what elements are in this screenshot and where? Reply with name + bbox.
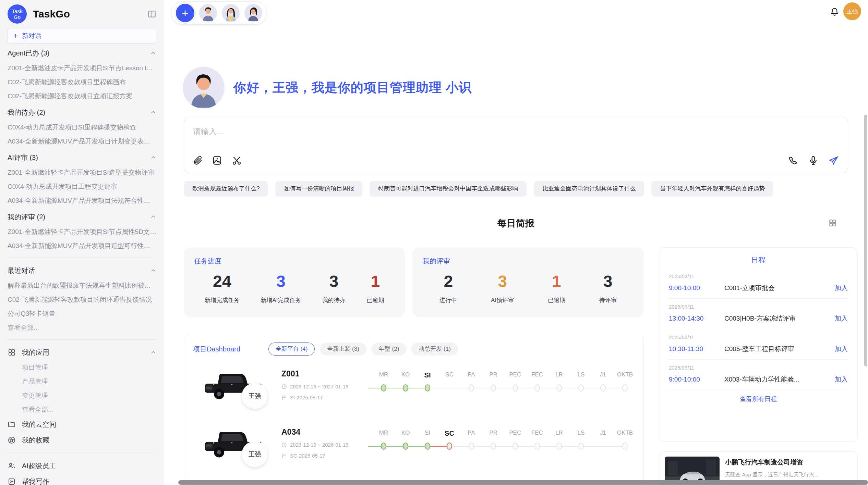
write-icon [8,477,16,485]
add-assistant-button[interactable]: + [176,4,194,22]
divider [8,339,156,340]
schedule-event-title: C005-整车工程目标评审 [724,345,831,353]
sidebar-item[interactable]: C0X4-动力总成开发项目SI里程碑提交物检查 [8,120,156,134]
ai-staff-label: AI超级员工 [22,461,156,471]
sidebar-item[interactable]: C02-飞腾新能源轻客改款项目立项汇报方案 [8,89,156,103]
schedule-event-title: C001-立项审批会 [724,284,831,293]
suggestion-chip[interactable]: 如何写一份清晰的项目周报 [275,181,362,197]
join-link[interactable]: 加入 [835,345,848,353]
new-chat-label: 新对话 [22,32,41,40]
milestone-track: MRKOSISCPAPRPECFECLRLSJ1OKTB [373,430,636,451]
section-recent-chats[interactable]: 最近对话 [8,263,156,278]
assistant-avatar-1[interactable] [199,4,217,22]
suggestion-chip[interactable]: 特朗普可能对进口汽车增税会对中国车企造成哪些影响 [370,181,527,197]
assistant-avatar-2[interactable] [222,4,240,22]
suggestion-chip[interactable]: 欧洲新规最近颁布了什么? [184,181,268,197]
section-my-apps[interactable]: 我的应用 [8,345,156,360]
section-my-review[interactable]: 我的评审 (2) [8,209,156,225]
project-row-z001[interactable]: 王强 Z001 2023-12-19 ~ 2027-01-19 SI-2025-… [193,367,635,422]
tab-year-model[interactable]: 年型 (2) [372,343,407,356]
view-all-schedule-link[interactable]: 查看所有日程 [668,395,848,403]
milestone-dot [491,443,496,450]
cloud-label: 我的云空间 [22,420,156,429]
join-link[interactable]: 加入 [835,375,848,384]
sidebar-item[interactable]: C0X4-动力总成开发项目工程变更评审 [8,179,156,194]
project-dates: 2023-12-19 ~ 2026-01-19 [281,442,349,448]
section-my-todo[interactable]: 我的待办 (2) [8,104,156,120]
recent-chat-item[interactable]: C02-飞腾新能源轻客改款项目的闭环通告反馈情况 [8,293,156,307]
tab-powertrain[interactable]: 动总开发 (1) [411,343,458,356]
sidebar-item-cloud[interactable]: 我的云空间 [8,416,156,432]
chat-input[interactable] [192,127,708,137]
schedule-item: 2025/03/11 10:30-11:30 C005-整车工程目标评审 加入 [668,329,848,360]
my-review-card: 我的评审 2 进行中 3 AI预评审 1 已逾期 3 待评审 [412,248,644,317]
milestone-dot-done [381,443,386,450]
tab-body[interactable]: 全新上装 (3) [320,343,366,356]
sidebar-item-favorites[interactable]: 我的收藏 [8,432,156,448]
phone-icon[interactable] [788,155,798,166]
user-avatar[interactable]: 王强 [843,2,861,20]
stat-my-todo: 3 我的待办 [322,272,346,304]
sidebar-item[interactable]: Z001-全新燃油轻卡产品开发项目SI节点属性5D文件评审 [8,225,156,239]
sidebar-collapse-icon[interactable] [147,10,156,18]
section-ai-review[interactable]: AI评审 (3) [8,150,156,165]
recent-chat-item[interactable]: 公司Q3轻卡销量 [8,307,156,321]
project-dashboard-card: 项目Dashboard 全新平台 (4) 全新上装 (3) 年型 (2) 动总开… [184,334,644,485]
attachment-icon[interactable] [192,155,203,166]
flag-icon [281,395,287,400]
sidebar-item[interactable]: Z001-全新燃油轻卡产品开发项目SI造型提交物评审 [8,165,156,179]
task-progress-card: 任务进度 24 新增完成任务 3 新增AI完成任务 3 我的待办 1 已逾期 [184,248,405,317]
app-logo-line1: Task [12,8,23,14]
app-item-change[interactable]: 变更管理 [22,388,156,402]
schedule-time: 9:00-10:00 [669,284,724,292]
sidebar-item[interactable]: A034-全新新能源MUV产品开发项目计划变更表编写 [8,134,156,148]
milestone-dot-done [425,384,430,391]
milestone-dot [491,384,496,391]
join-link[interactable]: 加入 [835,314,848,323]
write-help-label: 帮我写作 [22,477,156,485]
suggestion-chip[interactable]: 当下年轻人对汽车外观有怎样的喜好趋势 [651,181,773,197]
project-name: A034 [281,427,349,437]
tab-platform[interactable]: 全新平台 (4) [268,343,315,356]
flag-icon [281,453,287,459]
stat-new-done: 24 新增完成任务 [205,272,240,304]
vertical-scrollbar[interactable] [864,115,867,366]
recent-view-all[interactable]: 查看全部... [8,321,156,335]
join-link[interactable]: 加入 [835,284,848,293]
milestone-dot [513,443,518,450]
suggestion-chip[interactable]: 比亚迪全固态电池计划具体说了什么 [534,181,644,197]
scissors-icon[interactable] [231,155,242,166]
milestone-dot [578,443,584,450]
chevron-up-icon [150,109,156,115]
sidebar-item-write-help[interactable]: 帮我写作 [8,474,156,485]
layout-grid-icon[interactable] [828,219,837,227]
milestone-dot [556,443,562,450]
apps-view-all[interactable]: 查看全部... [22,402,156,416]
section-agent-done[interactable]: Agent已办 (3) [8,45,156,61]
milestone-dot [600,384,606,391]
section-label: 我的评审 (2) [8,212,150,222]
greeting-title: 你好，王强，我是你的项目管理助理 小识 [233,79,472,96]
sidebar-item-ai-staff[interactable]: AI超级员工 [8,458,156,474]
project-name: Z001 [281,369,349,378]
horizontal-scrollbar[interactable] [178,480,868,485]
milestone-dot [578,384,584,391]
microphone-icon[interactable] [808,155,819,166]
sidebar-item[interactable]: Z001-全新燃油皮卡产品开发项目SI节点Lesson Learn报告 [8,61,156,75]
send-icon[interactable] [828,155,839,166]
main-area: + 王强 你好，王强，我是你的项目管理助理 小识 [164,0,868,485]
milestone-dot [556,384,562,391]
image-icon[interactable] [212,155,222,166]
app-item-product[interactable]: 产品管理 [22,374,156,388]
project-row-a034[interactable]: 王强 A034 2023-12-19 ~ 2026-01-19 SC-2025-… [193,425,635,480]
notification-bell-icon[interactable] [830,7,839,16]
new-chat-button[interactable]: + 新对话 [8,28,156,44]
sidebar-item[interactable]: C02-飞腾新能源轻客改款项目里程碑画布 [8,75,156,89]
stat-ai-prereview: 3 AI预评审 [491,272,514,304]
app-item-project[interactable]: 项目管理 [22,360,156,374]
schedule-event-title: X003-车辆动力学性能验... [724,375,831,384]
assistant-avatar-3[interactable] [244,4,262,22]
sidebar-item[interactable]: A034-全新新能源MUV产品开发项目造型可行性评审 [8,239,156,253]
recent-chat-item[interactable]: 解释最新出台的欧盟报废车法规再生塑料比例被调至15%... [8,278,156,293]
sidebar-item[interactable]: A034-全新新能源MUV产品开发项目法规符合性评审 [8,194,156,208]
